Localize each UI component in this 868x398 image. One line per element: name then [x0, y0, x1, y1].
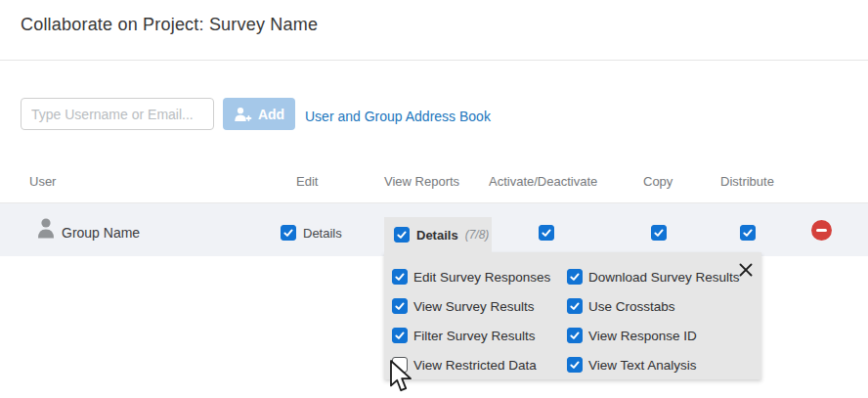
permission-item: Filter Survey Results [392, 328, 567, 343]
permission-checkbox-view-text-analysis[interactable] [567, 357, 583, 373]
permission-checkbox-view-response-id[interactable] [567, 328, 583, 343]
add-user-icon [234, 107, 252, 122]
permission-checkbox-edit-survey-responses[interactable] [392, 269, 408, 285]
permission-checkbox-filter-survey-results[interactable] [392, 328, 408, 343]
distribute-checkbox[interactable] [740, 225, 756, 241]
group-user-icon [36, 217, 56, 243]
add-button[interactable]: Add [223, 98, 295, 130]
permission-checkbox-use-crosstabs[interactable] [567, 298, 583, 314]
permission-checkbox-view-survey-results[interactable] [392, 298, 408, 314]
edit-details-cell: Details [281, 225, 342, 241]
group-name-label: Group Name [62, 225, 140, 241]
permission-label: Download Survey Results [588, 270, 740, 285]
permission-checkbox-download-survey-results[interactable] [567, 269, 583, 285]
permission-label: View Text Analysis [588, 358, 697, 373]
permission-item: View Text Analysis [567, 357, 761, 373]
permission-item: View Survey Results [392, 298, 567, 314]
edit-details-checkbox[interactable] [281, 225, 296, 241]
remove-bar [816, 229, 827, 233]
edit-details-label[interactable]: Details [303, 226, 342, 241]
remove-collaborator-icon[interactable] [811, 220, 832, 241]
permission-label: Filter Survey Results [413, 329, 536, 343]
column-header-view-reports: View Reports [384, 174, 459, 189]
view-reports-details-label: Details [416, 228, 458, 243]
address-book-link[interactable]: User and Group Address Book [305, 109, 491, 124]
permission-label: Use Crosstabs [588, 299, 675, 314]
activate-deactivate-checkbox[interactable] [539, 225, 554, 241]
title-divider [0, 60, 868, 61]
view-reports-details-tab[interactable]: Details (7/8) [384, 217, 492, 252]
column-header-activate-deactivate: Activate/Deactivate [489, 174, 597, 189]
permission-item: Use Crosstabs [567, 298, 761, 314]
add-button-label: Add [258, 107, 284, 122]
permission-label: View Response ID [588, 329, 697, 343]
permission-item: Download Survey Results [567, 269, 761, 285]
permission-item: View Response ID [567, 328, 761, 343]
permission-checkbox-view-restricted-data[interactable] [392, 357, 408, 373]
column-header-copy: Copy [643, 174, 673, 189]
permission-label: Edit Survey Responses [413, 270, 550, 285]
collaborate-dialog: Collaborate on Project: Survey Name Add … [0, 0, 868, 398]
copy-checkbox[interactable] [651, 225, 667, 241]
column-header-distribute: Distribute [720, 174, 774, 189]
view-reports-permissions-popup: Edit Survey Responses Download Survey Re… [384, 252, 761, 379]
permission-item: Edit Survey Responses [392, 269, 567, 285]
permission-label: View Restricted Data [413, 358, 537, 373]
close-icon[interactable] [739, 263, 753, 277]
permission-label: View Survey Results [413, 299, 535, 314]
username-email-input[interactable] [21, 98, 214, 130]
permission-item: View Restricted Data [392, 357, 567, 373]
column-header-edit: Edit [296, 174, 318, 189]
column-header-user: User [29, 174, 56, 189]
view-reports-details-count: (7/8) [465, 228, 490, 242]
page-title: Collaborate on Project: Survey Name [21, 15, 318, 35]
view-reports-details-checkbox[interactable] [394, 227, 410, 243]
